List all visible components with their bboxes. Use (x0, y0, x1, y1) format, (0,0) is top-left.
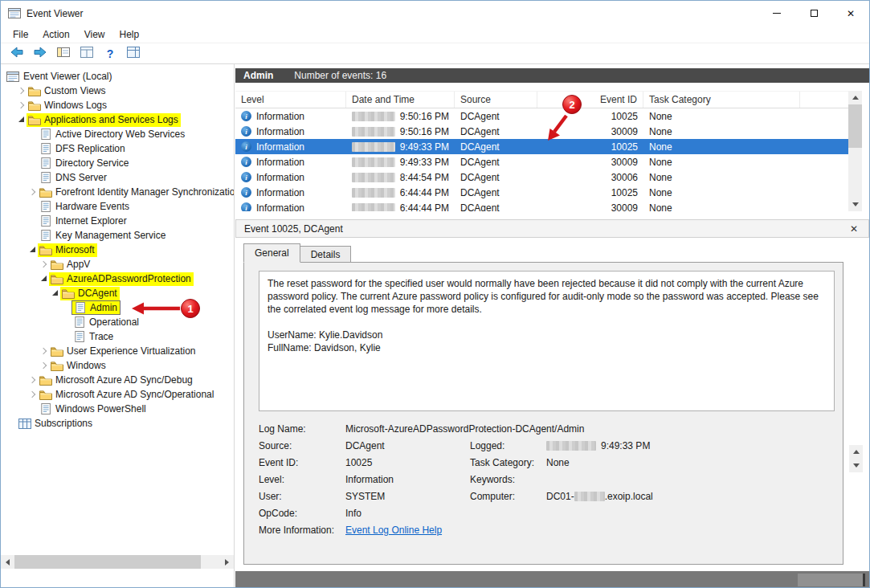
tree-item-internet-explorer[interactable]: Internet Explorer (1, 214, 234, 228)
tree-item-applications-and-services-logs[interactable]: Applications and Services Logs (1, 112, 234, 127)
tree-item-forefront-identity-manager-synchronization[interactable]: Forefront Identity Manager Synchronizati… (1, 185, 234, 199)
column-header-label: Level (241, 94, 264, 105)
chevron-expanded-icon[interactable] (28, 245, 38, 255)
folder-icon (39, 390, 52, 400)
scroll-right-arrow[interactable] (220, 555, 234, 569)
chevron-collapsed-icon[interactable] (39, 346, 49, 356)
tree-item-dfs-replication[interactable]: DFS Replication (1, 141, 234, 156)
scroll-up-arrow[interactable] (848, 91, 862, 104)
tree-item-hardware-events[interactable]: Hardware Events (1, 199, 234, 214)
level-text: Information (256, 126, 304, 137)
log-name-value: Microsoft-AzureADPasswordProtection-DCAg… (345, 423, 835, 435)
chevron-expanded-icon[interactable] (17, 115, 27, 125)
information-icon (241, 141, 251, 152)
chevron-collapsed-icon[interactable] (17, 100, 27, 110)
column-header-task-category[interactable]: Task Category (643, 92, 800, 108)
event-row[interactable]: Information9:49:33 PMDCAgent10025None (235, 139, 850, 154)
column-header-level[interactable]: Level (235, 92, 346, 108)
event-log-online-help-link[interactable]: Event Log Online Help (345, 525, 442, 536)
event-row[interactable]: Information8:44:54 PMDCAgent30006None (235, 169, 850, 185)
tree-item-event-viewer-local[interactable]: Event Viewer (Local) (1, 69, 234, 84)
menu-item-view[interactable]: View (77, 27, 112, 43)
tree-item-active-directory-web-services[interactable]: Active Directory Web Services (1, 127, 234, 141)
chevron-collapsed-icon[interactable] (39, 259, 49, 269)
tree-item-dcagent[interactable]: DCAgent (1, 286, 234, 300)
action-pane-button[interactable] (124, 45, 143, 63)
tree-item-label: Event Viewer (Local) (23, 71, 112, 82)
tree-item-user-experience-virtualization[interactable]: User Experience Virtualization (1, 344, 234, 358)
scroll-thumb[interactable] (14, 555, 201, 569)
chevron-collapsed-icon[interactable] (39, 361, 49, 370)
detail-mini-scrollbar[interactable] (849, 445, 863, 472)
event-row[interactable]: Information9:49:33 PMDCAgent30009None (235, 154, 850, 169)
properties-button[interactable] (77, 45, 96, 63)
tree-item-microsoft[interactable]: Microsoft (1, 243, 234, 257)
tree-item-windows-powershell[interactable]: Windows PowerShell (1, 402, 234, 416)
close-button[interactable]: ✕ (832, 1, 869, 26)
show-console-tree-button[interactable] (54, 45, 73, 63)
tree-item-windows-logs[interactable]: Windows Logs (1, 98, 234, 112)
tree-item-microsoft-azure-ad-sync-debug[interactable]: Microsoft Azure AD Sync/Debug (1, 373, 234, 387)
tree-item-windows[interactable]: Windows (1, 358, 234, 373)
tree-item-azureadpasswordprotection[interactable]: AzureADPasswordProtection (1, 272, 234, 286)
tree-item-key-management-service[interactable]: Key Management Service (1, 228, 234, 243)
tree-item-dns-server[interactable]: DNS Server (1, 170, 234, 185)
event-id-cell: 30009 (537, 157, 643, 168)
menu-item-file[interactable]: File (6, 27, 35, 43)
event-row[interactable]: Information6:44:44 PMDCAgent10025None (235, 185, 850, 200)
scroll-up-arrow[interactable] (849, 445, 863, 459)
redacted-date (546, 441, 596, 451)
scroll-thumb[interactable] (848, 104, 862, 148)
computer-prefix: DC01- (546, 491, 574, 502)
chevron-collapsed-icon[interactable] (17, 86, 27, 96)
maximize-button[interactable] (795, 1, 832, 26)
tree-horizontal-scrollbar[interactable] (1, 555, 234, 569)
events-header-bar: Admin Number of events: 16 (235, 68, 869, 83)
tree-item-custom-views[interactable]: Custom Views (1, 84, 234, 98)
chevron-collapsed-icon[interactable] (28, 375, 38, 385)
minimize-icon (773, 13, 781, 14)
column-header-event-id[interactable]: Event ID (537, 92, 643, 108)
tree-item-appv[interactable]: AppV (1, 257, 234, 272)
event-description-box[interactable]: The reset password for the specified use… (259, 271, 835, 411)
tree-item-subscriptions[interactable]: Subscriptions (1, 416, 234, 431)
tab-general[interactable]: General (243, 243, 300, 263)
time-text: 9:49:33 PM (400, 157, 449, 168)
chevron-expanded-icon[interactable] (39, 274, 49, 284)
event-row[interactable]: Information9:50:16 PMDCAgent10025None (235, 108, 850, 124)
events-scrollbar[interactable] (848, 91, 862, 211)
minimize-button[interactable] (758, 1, 795, 26)
time-text: 9:50:16 PM (400, 111, 449, 122)
event-row[interactable]: Information9:50:16 PMDCAgent30009None (235, 124, 850, 139)
chevron-spacer (28, 129, 38, 139)
tree-item-operational[interactable]: Operational (1, 315, 234, 329)
chevron-spacer (62, 332, 71, 341)
log-icon (72, 316, 86, 328)
username-line: UserName: Kylie.Davidson (268, 329, 826, 341)
events-table: LevelDate and TimeSourceEvent IDTask Cat… (235, 91, 850, 211)
chevron-collapsed-icon[interactable] (28, 187, 38, 197)
menu-item-help[interactable]: Help (112, 27, 147, 43)
help-button[interactable]: ? (100, 45, 120, 63)
chevron-collapsed-icon[interactable] (28, 390, 38, 399)
detail-tabs: General Details (243, 243, 351, 263)
forward-button[interactable] (31, 45, 50, 63)
event-viewer-icon (6, 71, 20, 83)
column-header-source[interactable]: Source (455, 92, 537, 108)
tree-item-admin[interactable]: Admin (1, 300, 234, 315)
scroll-down-arrow[interactable] (848, 198, 862, 211)
detail-close-button[interactable]: ✕ (850, 223, 858, 235)
menu-item-action[interactable]: Action (35, 27, 76, 43)
tree-item-directory-service[interactable]: Directory Service (1, 156, 234, 170)
tab-general-label: General (255, 247, 289, 259)
scroll-down-arrow[interactable] (849, 459, 863, 472)
fullname-line: FullName: Davidson, Kylie (268, 341, 826, 354)
scroll-left-arrow[interactable] (1, 555, 14, 569)
chevron-expanded-icon[interactable] (51, 288, 60, 298)
column-header-date-and-time[interactable]: Date and Time (346, 92, 455, 108)
tree-item-trace[interactable]: Trace (1, 329, 234, 344)
tree-item-microsoft-azure-ad-sync-operational[interactable]: Microsoft Azure AD Sync/Operational (1, 387, 234, 402)
back-button[interactable] (7, 45, 27, 63)
event-row[interactable]: Information6:44:44 PMDCAgent30009None (235, 200, 850, 211)
tab-details[interactable]: Details (300, 246, 352, 263)
